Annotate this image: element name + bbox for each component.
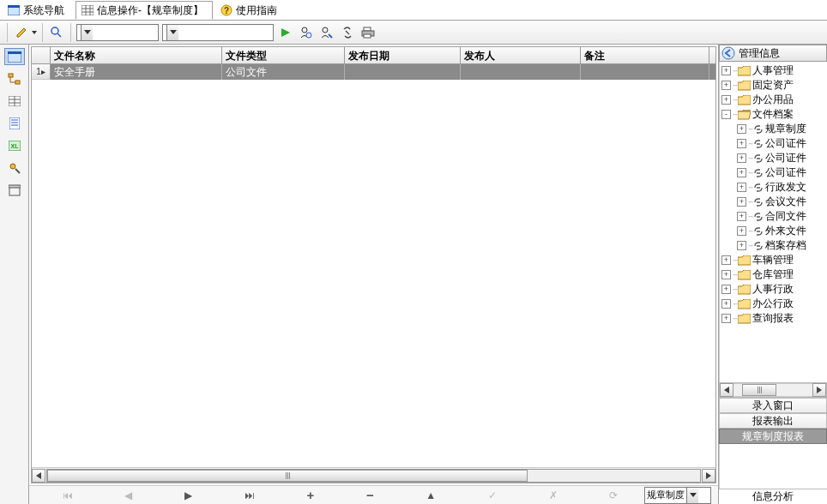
tree-node[interactable]: +···人事行政 — [720, 282, 827, 297]
tree-node[interactable]: +···人事管理 — [720, 63, 827, 78]
scroll-track[interactable] — [46, 469, 701, 483]
nav-last-button[interactable]: ⏭ — [244, 489, 255, 501]
nav-first-button[interactable]: ⏮ — [63, 489, 73, 501]
right-section-item[interactable]: 规章制度报表 — [719, 429, 827, 444]
tree-node[interactable]: +···合同文件 — [720, 209, 827, 224]
col-header-remark[interactable]: 备注 — [581, 47, 709, 63]
tree-node[interactable]: +···办公用品 — [720, 93, 827, 107]
nav-add-button[interactable]: + — [306, 488, 314, 502]
config-button[interactable] — [4, 159, 25, 177]
cell-filename[interactable]: 安全手册 — [51, 64, 222, 80]
tree-node[interactable]: +···固定资产 — [720, 78, 827, 93]
expand-toggle-icon[interactable]: + — [721, 66, 731, 75]
cell-filetype[interactable]: 公司文件 — [222, 64, 345, 80]
grid-body[interactable]: 1▸ 安全手册 公司文件 — [32, 64, 715, 467]
right-section-item[interactable]: 录入窗口 — [719, 398, 827, 413]
nav-next-button[interactable]: ▶ — [184, 489, 192, 501]
expand-toggle-icon[interactable]: + — [721, 285, 731, 294]
link-button[interactable] — [339, 24, 356, 41]
tree-node[interactable]: +···公司证件 — [720, 136, 827, 151]
tab-help-guide[interactable]: ? 使用指南 — [214, 1, 287, 20]
expand-toggle-icon[interactable]: + — [737, 197, 746, 207]
combo-1[interactable] — [76, 24, 159, 41]
right-section-item[interactable]: 报表输出 — [719, 413, 827, 429]
svg-point-12 — [306, 33, 311, 38]
scroll-left-button[interactable] — [720, 383, 733, 397]
expand-toggle-icon[interactable]: + — [721, 255, 731, 265]
tree-node[interactable]: +···仓库管理 — [720, 267, 827, 282]
nav-cancel-button[interactable]: ✗ — [549, 489, 558, 501]
find-user-button[interactable] — [298, 24, 315, 41]
expand-toggle-icon[interactable]: + — [737, 226, 746, 236]
tree-node[interactable]: +···公司证件 — [720, 151, 827, 165]
scroll-thumb[interactable] — [47, 470, 528, 482]
tree-node[interactable]: +···查询报表 — [720, 311, 827, 326]
tree-node[interactable]: +···档案存档 — [720, 238, 827, 253]
right-hscrollbar[interactable] — [719, 382, 827, 398]
tree-node[interactable]: +···规章制度 — [720, 122, 827, 136]
view-window-button[interactable] — [4, 48, 25, 65]
col-header-pubdate[interactable]: 发布日期 — [345, 47, 461, 63]
expand-toggle-icon[interactable]: + — [721, 81, 731, 90]
search-tool-button[interactable] — [48, 24, 65, 41]
expand-toggle-icon[interactable]: + — [737, 153, 746, 163]
tree-node[interactable]: -···文件档案 — [720, 107, 827, 122]
expand-toggle-icon[interactable]: + — [737, 139, 746, 148]
expand-toggle-icon[interactable]: + — [737, 168, 746, 177]
combo-2[interactable] — [162, 24, 274, 41]
scroll-thumb[interactable] — [742, 384, 776, 396]
nav-edit-button[interactable]: ▲ — [426, 489, 436, 501]
col-header-filetype[interactable]: 文件类型 — [222, 47, 345, 63]
run-button[interactable] — [277, 24, 294, 41]
expand-toggle-icon[interactable]: + — [737, 183, 746, 192]
grid-hscrollbar[interactable] — [32, 467, 715, 483]
footer-dropdown-value: 规章制度 — [645, 488, 686, 503]
tree-node[interactable]: +···办公行政 — [720, 297, 827, 311]
tree-node[interactable]: +···会议文件 — [720, 195, 827, 209]
tree-node[interactable]: +···行政发文 — [720, 180, 827, 195]
scroll-left-button[interactable] — [32, 469, 45, 483]
nav-prev-button[interactable]: ◀ — [124, 489, 132, 501]
expand-toggle-icon[interactable]: + — [721, 299, 731, 309]
tree-node[interactable]: +···外来文件 — [720, 224, 827, 238]
expand-toggle-icon[interactable]: + — [721, 270, 731, 279]
print-button[interactable] — [359, 24, 377, 41]
grid-button[interactable] — [4, 93, 25, 110]
nav-delete-button[interactable]: − — [366, 488, 374, 502]
expand-toggle-icon[interactable]: + — [737, 124, 746, 134]
nav-commit-button[interactable]: ✓ — [488, 489, 497, 501]
cell-publisher[interactable] — [461, 64, 581, 80]
management-tree[interactable]: +···人事管理+···固定资产+···办公用品-···文件档案+···规章制度… — [719, 62, 827, 382]
tab-info-operation[interactable]: 信息操作-【规章制度】 — [75, 1, 213, 20]
scroll-right-button[interactable] — [812, 383, 826, 397]
table-row[interactable]: 1▸ 安全手册 公司文件 — [32, 64, 715, 80]
tab-system-nav[interactable]: 系统导航 — [2, 1, 74, 20]
tree-node[interactable]: +···车辆管理 — [720, 253, 827, 267]
schema-button[interactable] — [4, 70, 25, 87]
nav-left-icon[interactable] — [721, 46, 735, 60]
help-icon: ? — [220, 4, 232, 16]
col-header-filename[interactable]: 文件名称 — [51, 47, 222, 63]
find-user2-button[interactable] — [318, 24, 335, 41]
tree-line: ··· — [748, 168, 752, 177]
expand-toggle-icon[interactable]: + — [737, 212, 746, 221]
expand-toggle-icon[interactable]: + — [737, 241, 746, 250]
expand-toggle-icon[interactable]: + — [721, 95, 731, 105]
right-bottom-label[interactable]: 信息分析 — [719, 489, 827, 504]
expand-toggle-icon[interactable]: - — [721, 110, 731, 119]
expand-toggle-icon[interactable]: + — [721, 314, 731, 323]
tree-node[interactable]: +···公司证件 — [720, 165, 827, 180]
cell-remark[interactable] — [581, 64, 709, 80]
svg-rect-21 — [15, 81, 20, 84]
scroll-track[interactable] — [733, 383, 812, 397]
col-header-publisher[interactable]: 发布人 — [461, 47, 581, 63]
scroll-right-button[interactable] — [702, 469, 715, 483]
document-button[interactable] — [4, 115, 25, 132]
xls-button[interactable]: XL — [4, 137, 25, 154]
dropdown-caret-icon[interactable] — [32, 31, 37, 34]
cell-pubdate[interactable] — [345, 64, 461, 80]
nav-refresh-button[interactable]: ⟳ — [609, 489, 618, 501]
edit-button[interactable] — [13, 24, 30, 41]
footer-dropdown[interactable]: 规章制度 — [644, 487, 711, 504]
archive-button[interactable] — [4, 182, 25, 199]
